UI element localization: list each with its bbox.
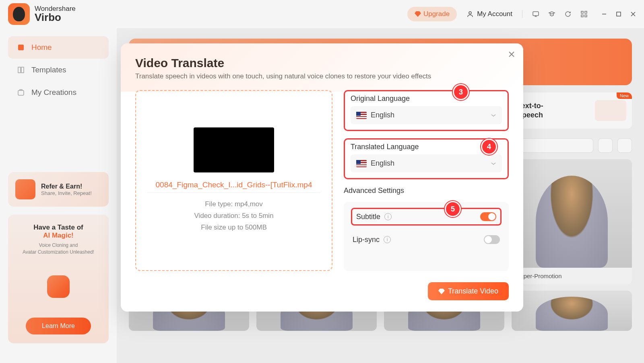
us-flag-icon [356,160,367,167]
original-language-group: 3 Original Language English [344,90,509,131]
file-name: 0084_Figma_Check_I...id_Grids--[TutFlix.… [147,180,320,193]
callout-3: 3 [453,84,469,100]
subtitle-label: Subtitle [356,213,380,221]
subtitle-row: 5 Subtitle i [351,208,502,226]
original-language-select[interactable]: English [351,106,502,124]
advanced-settings-title: Advanced Settings [344,187,509,195]
video-translate-modal: Video Translate Translate speech in vide… [121,43,523,312]
translated-language-select[interactable]: English [351,154,502,172]
callout-4: 4 [481,139,497,155]
modal-title: Video Translate [135,56,509,70]
translated-language-label: Translated Language [351,143,502,151]
chevron-down-icon [491,162,496,165]
advanced-settings-panel: 5 Subtitle i Lip-sync i [344,202,509,271]
translated-language-value: English [371,159,394,168]
chevron-down-icon [491,114,496,117]
callout-5: 5 [445,201,461,217]
us-flag-icon [356,112,367,119]
translate-video-button[interactable]: Translate Video [428,282,509,300]
spec-type: File type: mp4,mov [194,199,273,210]
spec-duration: Video duration: 5s to 5min [194,210,273,222]
translate-button-label: Translate Video [448,287,498,295]
modal-subtitle: Translate speech in videos with one touc… [135,72,509,80]
original-language-value: English [371,111,394,119]
original-language-label: Original Language [351,94,502,103]
translated-language-group: 4 Translated Language English [344,138,509,179]
lipsync-label: Lip-sync [353,236,380,244]
modal-close-button[interactable] [508,51,515,58]
video-thumbnail [194,127,274,172]
lipsync-row: Lip-sync i [351,232,502,247]
info-icon[interactable]: i [384,236,391,243]
diamond-icon [438,289,445,294]
file-specs: File type: mp4,mov Video duration: 5s to… [194,199,273,234]
subtitle-toggle[interactable] [480,212,496,221]
spec-size: File size up to 500MB [194,222,273,234]
upload-dropzone[interactable]: 0084_Figma_Check_I...id_Grids--[TutFlix.… [135,90,332,271]
lipsync-toggle[interactable] [484,235,500,244]
info-icon[interactable]: i [384,213,392,220]
